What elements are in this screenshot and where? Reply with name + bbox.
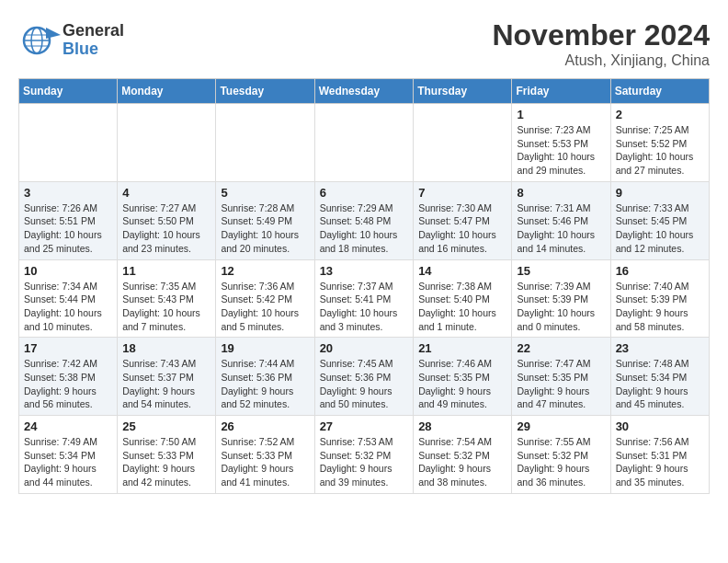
day-number: 21 [418,341,506,355]
day-number: 18 [122,341,210,355]
day-info-text: Sunrise: 7:34 AMSunset: 5:44 PMDaylight:… [24,280,112,334]
calendar-day-cell: 14Sunrise: 7:38 AMSunset: 5:40 PMDayligh… [414,259,512,338]
day-number: 4 [122,186,210,200]
day-info-text: Sunrise: 7:27 AMSunset: 5:50 PMDaylight:… [122,201,210,256]
header: General Blue November 2024 Atush, Xinjia… [18,18,710,69]
calendar-day-cell [118,104,216,182]
page: General Blue November 2024 Atush, Xinjia… [0,0,728,503]
title-section: November 2024 Atush, Xinjiang, China [492,18,710,69]
calendar-day-cell [216,104,314,182]
day-info-text: Sunrise: 7:50 AMSunset: 5:33 PMDaylight:… [122,435,210,489]
calendar-day-cell: 10Sunrise: 7:34 AMSunset: 5:44 PMDayligh… [19,259,118,338]
calendar-day-cell: 20Sunrise: 7:45 AMSunset: 5:36 PMDayligh… [314,338,414,416]
calendar-day-cell: 12Sunrise: 7:36 AMSunset: 5:42 PMDayligh… [216,259,314,338]
calendar-day-cell: 16Sunrise: 7:40 AMSunset: 5:39 PMDayligh… [610,259,709,338]
logo-icon [18,18,63,63]
logo-general-text: General [63,22,124,40]
calendar-day-cell: 30Sunrise: 7:56 AMSunset: 5:31 PMDayligh… [610,416,709,494]
calendar-day-cell: 22Sunrise: 7:47 AMSunset: 5:35 PMDayligh… [512,338,610,416]
calendar-day-cell: 25Sunrise: 7:50 AMSunset: 5:33 PMDayligh… [118,416,216,494]
day-number: 3 [24,186,112,200]
calendar-day-cell: 29Sunrise: 7:55 AMSunset: 5:32 PMDayligh… [512,416,610,494]
calendar-day-cell: 7Sunrise: 7:30 AMSunset: 5:47 PMDaylight… [414,181,512,259]
calendar-day-cell: 18Sunrise: 7:43 AMSunset: 5:37 PMDayligh… [118,338,216,416]
calendar-day-cell [19,104,118,182]
logo-text: General Blue [63,22,124,59]
calendar-day-cell: 2Sunrise: 7:25 AMSunset: 5:52 PMDaylight… [610,104,709,182]
day-number: 29 [517,419,605,433]
day-info-text: Sunrise: 7:43 AMSunset: 5:37 PMDaylight:… [122,357,210,411]
day-of-week-header: Monday [118,79,216,104]
day-info-text: Sunrise: 7:44 AMSunset: 5:36 PMDaylight:… [221,357,309,411]
calendar-day-cell: 28Sunrise: 7:54 AMSunset: 5:32 PMDayligh… [414,416,512,494]
calendar-day-cell: 26Sunrise: 7:52 AMSunset: 5:33 PMDayligh… [216,416,314,494]
day-of-week-header: Saturday [610,79,709,104]
calendar-day-cell: 13Sunrise: 7:37 AMSunset: 5:41 PMDayligh… [314,259,414,338]
day-info-text: Sunrise: 7:48 AMSunset: 5:34 PMDaylight:… [616,357,704,411]
day-info-text: Sunrise: 7:25 AMSunset: 5:52 PMDaylight:… [616,123,704,178]
day-number: 15 [517,264,605,278]
day-info-text: Sunrise: 7:29 AMSunset: 5:48 PMDaylight:… [320,201,409,256]
day-info-text: Sunrise: 7:39 AMSunset: 5:39 PMDaylight:… [517,280,605,334]
day-of-week-header: Tuesday [216,79,314,104]
day-number: 24 [24,419,112,433]
day-info-text: Sunrise: 7:23 AMSunset: 5:53 PMDaylight:… [517,123,605,178]
day-info-text: Sunrise: 7:31 AMSunset: 5:46 PMDaylight:… [517,201,605,256]
calendar-day-cell: 9Sunrise: 7:33 AMSunset: 5:45 PMDaylight… [610,181,709,259]
month-title: November 2024 [492,18,710,52]
calendar-day-cell: 4Sunrise: 7:27 AMSunset: 5:50 PMDaylight… [118,181,216,259]
day-info-text: Sunrise: 7:55 AMSunset: 5:32 PMDaylight:… [517,435,605,489]
calendar-week-row: 1Sunrise: 7:23 AMSunset: 5:53 PMDaylight… [19,104,710,182]
day-number: 26 [221,419,309,433]
calendar-day-cell: 24Sunrise: 7:49 AMSunset: 5:34 PMDayligh… [19,416,118,494]
calendar-week-row: 3Sunrise: 7:26 AMSunset: 5:51 PMDaylight… [19,181,710,259]
calendar-week-row: 10Sunrise: 7:34 AMSunset: 5:44 PMDayligh… [19,259,710,338]
day-number: 20 [320,341,409,355]
day-number: 13 [320,264,409,278]
day-info-text: Sunrise: 7:33 AMSunset: 5:45 PMDaylight:… [616,201,704,256]
day-number: 17 [24,341,112,355]
day-of-week-header: Thursday [414,79,512,104]
calendar-week-row: 24Sunrise: 7:49 AMSunset: 5:34 PMDayligh… [19,416,710,494]
day-info-text: Sunrise: 7:26 AMSunset: 5:51 PMDaylight:… [24,201,112,256]
day-number: 22 [517,341,605,355]
calendar-day-cell: 15Sunrise: 7:39 AMSunset: 5:39 PMDayligh… [512,259,610,338]
day-number: 5 [221,186,309,200]
calendar-day-cell: 6Sunrise: 7:29 AMSunset: 5:48 PMDaylight… [314,181,414,259]
day-number: 6 [320,186,409,200]
day-info-text: Sunrise: 7:42 AMSunset: 5:38 PMDaylight:… [24,357,112,411]
calendar-day-cell [314,104,414,182]
day-of-week-header: Friday [512,79,610,104]
calendar-day-cell: 19Sunrise: 7:44 AMSunset: 5:36 PMDayligh… [216,338,314,416]
day-number: 2 [616,108,704,121]
day-number: 10 [24,264,112,278]
day-info-text: Sunrise: 7:53 AMSunset: 5:32 PMDaylight:… [320,435,409,489]
day-number: 12 [221,264,309,278]
day-number: 1 [517,108,605,121]
day-info-text: Sunrise: 7:36 AMSunset: 5:42 PMDaylight:… [221,280,309,334]
calendar-day-cell: 3Sunrise: 7:26 AMSunset: 5:51 PMDaylight… [19,181,118,259]
logo: General Blue [18,18,124,63]
calendar-day-cell [414,104,512,182]
day-info-text: Sunrise: 7:28 AMSunset: 5:49 PMDaylight:… [221,201,309,256]
logo-blue-text: Blue [63,40,124,59]
location-title: Atush, Xinjiang, China [492,52,710,69]
day-number: 14 [418,264,506,278]
day-number: 25 [122,419,210,433]
day-info-text: Sunrise: 7:46 AMSunset: 5:35 PMDaylight:… [418,357,506,411]
day-info-text: Sunrise: 7:30 AMSunset: 5:47 PMDaylight:… [418,201,506,256]
day-info-text: Sunrise: 7:37 AMSunset: 5:41 PMDaylight:… [320,280,409,334]
calendar-header-row: SundayMondayTuesdayWednesdayThursdayFrid… [19,79,710,104]
day-number: 16 [616,264,704,278]
day-number: 8 [517,186,605,200]
day-info-text: Sunrise: 7:47 AMSunset: 5:35 PMDaylight:… [517,357,605,411]
day-info-text: Sunrise: 7:35 AMSunset: 5:43 PMDaylight:… [122,280,210,334]
calendar-day-cell: 8Sunrise: 7:31 AMSunset: 5:46 PMDaylight… [512,181,610,259]
day-info-text: Sunrise: 7:52 AMSunset: 5:33 PMDaylight:… [221,435,309,489]
day-of-week-header: Wednesday [314,79,414,104]
day-number: 27 [320,419,409,433]
calendar-day-cell: 5Sunrise: 7:28 AMSunset: 5:49 PMDaylight… [216,181,314,259]
day-info-text: Sunrise: 7:56 AMSunset: 5:31 PMDaylight:… [616,435,704,489]
day-number: 11 [122,264,210,278]
calendar-day-cell: 11Sunrise: 7:35 AMSunset: 5:43 PMDayligh… [118,259,216,338]
